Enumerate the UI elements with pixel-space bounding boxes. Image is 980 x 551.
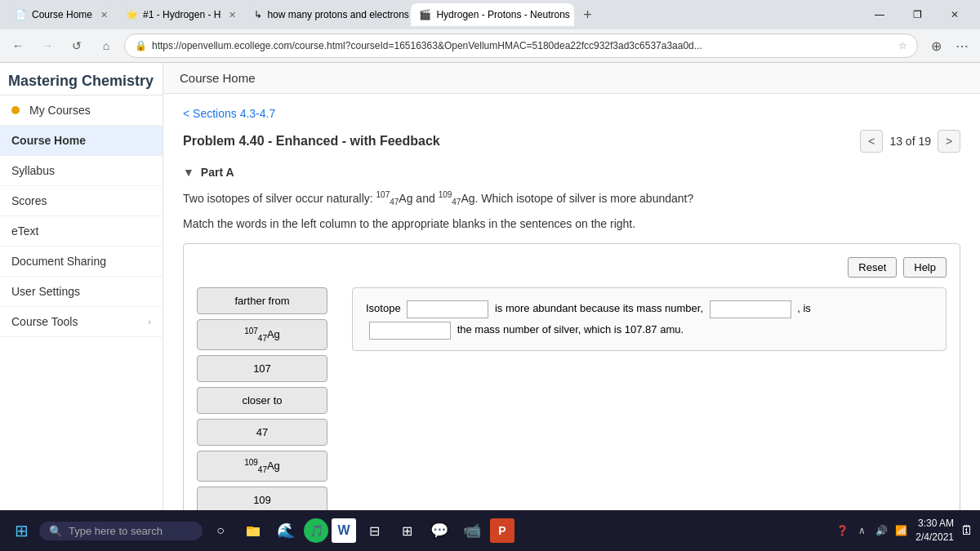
sidebar-item-course-tools[interactable]: Course Tools ›: [0, 307, 163, 337]
sidebar-item-document-sharing[interactable]: Document Sharing: [0, 247, 163, 277]
sidebar-item-label: Document Sharing: [11, 255, 106, 268]
matching-box: Reset Help farther from 10747Ag 107 clos…: [183, 243, 960, 511]
sidebar: Mastering Chemistry My Courses Course Ho…: [0, 63, 163, 511]
sidebar-item-syllabus[interactable]: Syllabus: [0, 156, 163, 186]
left-column: farther from 10747Ag 107 closer to 47 10…: [197, 287, 327, 511]
chevron-right-icon: ›: [148, 317, 151, 327]
problem-text: Two isotopes of silver occur naturally: …: [183, 189, 960, 209]
right-column: Isotope is more abundant because its mas…: [352, 287, 947, 511]
new-tab-button[interactable]: +: [576, 3, 599, 26]
next-problem-button[interactable]: >: [938, 130, 960, 153]
content-header: Course Home: [163, 63, 980, 94]
tab-label: Hydrogen - Protons - Neutrons: [436, 9, 569, 20]
reset-button[interactable]: Reset: [848, 257, 897, 278]
back-button[interactable]: ←: [7, 34, 29, 57]
drag-item-closer-to[interactable]: closer to: [197, 387, 327, 414]
tab-label: Course Home: [32, 9, 92, 20]
problem-nav: < 13 of 19 >: [860, 130, 960, 153]
lock-icon: 🔒: [135, 40, 147, 51]
part-label: Part A: [201, 166, 234, 179]
help-button[interactable]: Help: [903, 257, 947, 278]
tab-icon: 🎬: [419, 9, 431, 20]
tab-bar: 📄 Course Home ✕ ⭐ #1 - Hydrogen - H ✕ ↳ …: [0, 0, 980, 29]
part-header: ▼ Part A: [183, 166, 960, 179]
sidebar-item-label: eText: [11, 224, 38, 238]
tab-label: #1 - Hydrogen - H: [143, 9, 220, 20]
matching-content: farther from 10747Ag 107 closer to 47 10…: [197, 287, 947, 511]
sidebar-item-label: Scores: [11, 194, 47, 207]
drop-blank-2[interactable]: [710, 300, 791, 318]
sidebar-nav: My Courses Course Home Syllabus Scores e…: [0, 96, 163, 337]
reload-button[interactable]: ↺: [65, 34, 88, 57]
sentence-part5: the mass number of silver, which is 107.…: [457, 323, 684, 335]
tab-label: how many protons and electrons: [267, 9, 408, 20]
address-bar: ← → ↺ ⌂ 🔒 https://openvellum.ecollege.co…: [0, 29, 980, 62]
close-button[interactable]: ✕: [936, 0, 973, 29]
drag-item-farther-from[interactable]: farther from: [197, 287, 327, 314]
main-content: Course Home < Sections 4.3-4.7 Problem 4…: [163, 63, 980, 511]
matching-actions: Reset Help: [197, 257, 947, 278]
content-body: < Sections 4.3-4.7 Problem 4.40 - Enhanc…: [163, 94, 980, 511]
star-icon[interactable]: ☆: [898, 40, 907, 51]
match-instruction: Match the words in the left column to th…: [183, 217, 960, 230]
taskbar: ⊞ 🔍 Type here to search ○ 🌊 🎵 W ⊟ ⊞ 💬 📹 …: [0, 510, 980, 511]
problem-header: Problem 4.40 - Enhanced - with Feedback …: [183, 130, 960, 153]
extensions-button[interactable]: ⊕: [924, 34, 947, 57]
sidebar-item-label: Course Tools: [11, 315, 78, 328]
sentence-part3: , is: [797, 302, 811, 314]
drag-item-109[interactable]: 109: [197, 487, 327, 511]
home-button[interactable]: ⌂: [95, 34, 118, 57]
tab-icon: ↳: [254, 9, 262, 20]
sentence-part1: Isotope: [366, 302, 401, 314]
url-text: https://openvellum.ecollege.com/course.h…: [152, 40, 893, 51]
part-toggle-icon[interactable]: ▼: [183, 166, 194, 179]
drop-blank-1[interactable]: [407, 300, 488, 318]
prev-problem-button[interactable]: <: [860, 130, 883, 153]
drag-item-107[interactable]: 107: [197, 355, 327, 382]
tab-hydrogen-protons-neutrons[interactable]: 🎬 Hydrogen - Protons - Neutrons ✕: [411, 3, 574, 26]
drop-blank-3[interactable]: [369, 322, 451, 340]
sidebar-item-label: Course Home: [11, 134, 86, 147]
url-bar[interactable]: 🔒 https://openvellum.ecollege.com/course…: [124, 33, 918, 58]
part-section: ▼ Part A Two isotopes of silver occur na…: [183, 166, 960, 511]
my-courses-dot: [11, 106, 20, 114]
settings-button[interactable]: ⋯: [951, 34, 973, 57]
tab-how-many-protons[interactable]: ↳ how many protons and electrons ✕: [246, 3, 409, 26]
tab-course-home[interactable]: 📄 Course Home ✕: [7, 3, 116, 26]
tab-icon: ⭐: [126, 9, 138, 20]
sidebar-item-label: My Courses: [29, 104, 91, 117]
minimize-button[interactable]: —: [861, 0, 898, 29]
problem-count: 13 of 19: [889, 135, 931, 148]
tab-close[interactable]: ✕: [229, 10, 236, 20]
sidebar-item-user-settings[interactable]: User Settings: [0, 277, 163, 307]
window-controls: — ❐ ✕: [861, 0, 973, 29]
sidebar-item-etext[interactable]: eText: [0, 216, 163, 247]
sentence-box: Isotope is more abundant because its mas…: [352, 287, 947, 351]
sidebar-item-course-home[interactable]: Course Home: [0, 126, 163, 156]
app-layout: Mastering Chemistry My Courses Course Ho…: [0, 63, 980, 511]
sidebar-logo: Mastering Chemistry: [0, 63, 163, 96]
drag-item-107ag[interactable]: 10747Ag: [197, 319, 327, 350]
drag-item-109ag[interactable]: 10947Ag: [197, 451, 327, 482]
browser-chrome: 📄 Course Home ✕ ⭐ #1 - Hydrogen - H ✕ ↳ …: [0, 0, 980, 63]
browser-actions: ⊕ ⋯: [924, 34, 973, 57]
drag-item-47[interactable]: 47: [197, 419, 327, 446]
sidebar-item-scores[interactable]: Scores: [0, 186, 163, 216]
sentence-part2: is more abundant because its mass number…: [495, 302, 703, 314]
sidebar-item-label: Syllabus: [11, 164, 55, 177]
breadcrumb[interactable]: < Sections 4.3-4.7: [183, 107, 960, 120]
tab-hydrogen-h[interactable]: ⭐ #1 - Hydrogen - H ✕: [118, 3, 244, 26]
tab-icon: 📄: [15, 9, 27, 20]
forward-button[interactable]: →: [36, 34, 59, 57]
sidebar-item-my-courses[interactable]: My Courses: [0, 96, 163, 126]
sidebar-item-label: User Settings: [11, 285, 80, 298]
problem-title: Problem 4.40 - Enhanced - with Feedback: [183, 134, 440, 149]
tab-close[interactable]: ✕: [100, 10, 108, 20]
maximize-button[interactable]: ❐: [898, 0, 936, 29]
